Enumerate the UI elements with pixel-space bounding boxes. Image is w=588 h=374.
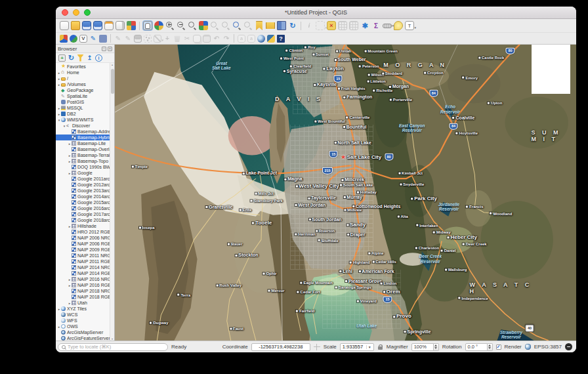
select-features-button[interactable]: ▾ bbox=[316, 21, 325, 30]
pan-map-button[interactable] bbox=[143, 21, 152, 30]
browser-tree-item[interactable]: ▸ MSSQL bbox=[56, 105, 110, 111]
layout-manager-button[interactable] bbox=[116, 21, 125, 30]
help-contents-button[interactable] bbox=[277, 35, 285, 43]
browser-tree-item[interactable]: ▾ Discover bbox=[56, 123, 110, 129]
new-spatial-bookmark-button[interactable] bbox=[255, 21, 264, 30]
browser-tree-item[interactable]: SpatiaLite bbox=[56, 93, 110, 99]
dropdown-caret-icon[interactable]: ▾ bbox=[414, 26, 416, 30]
browser-tree-item[interactable]: DOQ 1990s BW bbox=[56, 164, 110, 170]
zoom-in-button[interactable] bbox=[165, 21, 175, 30]
zoom-next-button[interactable] bbox=[243, 21, 253, 30]
browser-tree-item[interactable]: ▾ WMS/WMTS bbox=[56, 117, 110, 123]
new-print-layout-button[interactable] bbox=[104, 21, 114, 30]
browser-tree-item[interactable]: ▸ Utah bbox=[56, 300, 110, 306]
browser-tree-item[interactable]: PostGIS bbox=[56, 99, 110, 105]
zoom-to-selection-button[interactable] bbox=[210, 21, 219, 30]
open-project-button[interactable] bbox=[71, 21, 80, 30]
zoom-last-button[interactable] bbox=[232, 21, 242, 30]
step-down-icon[interactable] bbox=[434, 347, 437, 349]
move-feature-button[interactable] bbox=[163, 35, 171, 43]
text-annotation-button[interactable]: ▾ bbox=[405, 21, 414, 30]
new-shapefile-layer-button[interactable] bbox=[89, 35, 97, 43]
browser-tree-item[interactable]: NAIP 2006 RGB bbox=[56, 241, 110, 247]
browser-tree-item[interactable]: Basemap-Address_Points bbox=[56, 129, 110, 135]
browser-tree-item[interactable]: NAIP 2014 RGB bbox=[56, 270, 110, 276]
map-themes-button[interactable] bbox=[277, 21, 286, 30]
browser-tree-item[interactable]: ▸ Basemap-Topo bbox=[56, 158, 110, 164]
browser-tree-item[interactable]: NAIP 2006 NRG bbox=[56, 235, 110, 241]
crs-globe-icon[interactable] bbox=[525, 344, 531, 350]
add-data-source-button[interactable] bbox=[70, 35, 77, 43]
zoom-to-layer-button[interactable] bbox=[221, 21, 230, 30]
browser-tree-item[interactable]: GeoPackage bbox=[56, 87, 110, 93]
new-project-button[interactable] bbox=[60, 21, 69, 30]
filter-browser-button[interactable] bbox=[77, 54, 84, 62]
save-project-as-button[interactable] bbox=[93, 21, 102, 30]
stepper-buttons[interactable] bbox=[488, 343, 493, 351]
browser-tree-item[interactable]: ▸ XYZ Tiles bbox=[56, 306, 110, 312]
show-spatial-bookmarks-button[interactable] bbox=[266, 21, 275, 30]
layer-labeling-button[interactable] bbox=[238, 35, 245, 43]
chevron-down-icon[interactable]: ▼ bbox=[366, 345, 371, 349]
locator-search[interactable] bbox=[58, 343, 168, 351]
scroll-up-icon[interactable]: ▴ bbox=[112, 63, 113, 66]
open-attribute-table-button[interactable] bbox=[338, 21, 347, 30]
add-selected-layers-button[interactable] bbox=[58, 54, 66, 62]
browser-tree-item[interactable]: ▸ Google bbox=[56, 170, 110, 176]
extents-icon[interactable] bbox=[314, 344, 320, 350]
browser-tree-item[interactable]: Google 2018archive bbox=[56, 217, 110, 223]
refresh-browser-button[interactable] bbox=[68, 54, 75, 62]
messages-icon[interactable] bbox=[565, 343, 572, 350]
identify-features-button[interactable] bbox=[304, 21, 314, 30]
copy-features-button[interactable] bbox=[193, 35, 201, 43]
browser-tree-item[interactable]: HRO 2012 RGB bbox=[56, 229, 110, 235]
crs-value[interactable]: EPSG:3857 bbox=[534, 344, 562, 350]
browser-tree-item[interactable]: Google 2011archive bbox=[56, 176, 110, 182]
map-tips-button[interactable] bbox=[394, 21, 403, 30]
scale-combo[interactable]: 1:933557▼ bbox=[340, 343, 374, 351]
browser-tree-item[interactable]: ▸ OWS bbox=[56, 323, 110, 329]
save-project-button[interactable] bbox=[82, 21, 91, 30]
browser-tree-item[interactable]: WFS bbox=[56, 318, 110, 323]
browser-tree-item[interactable]: ▸ NAIP 2016 NRG bbox=[56, 276, 110, 282]
browser-tree-item[interactable]: Google 2012archive bbox=[56, 182, 110, 188]
new-virtual-layer-button[interactable] bbox=[99, 35, 107, 43]
step-up-icon[interactable] bbox=[434, 344, 437, 346]
browser-tree-item[interactable]: NAIP 2009 RGB bbox=[56, 247, 110, 253]
browser-tree-item[interactable]: NAIP 2014 NRG bbox=[56, 264, 110, 270]
zoom-out-button[interactable] bbox=[177, 21, 186, 30]
add-feature-button[interactable] bbox=[144, 35, 152, 43]
field-calculator-button[interactable] bbox=[349, 21, 358, 30]
browser-tree-item[interactable]: ▸ NAIP 2016 RGB bbox=[56, 282, 110, 288]
browser-tree-item[interactable]: ▸ Basemap-Terrain bbox=[56, 152, 110, 158]
data-source-manager-button[interactable] bbox=[60, 35, 68, 43]
processing-toolbox-button[interactable] bbox=[360, 21, 369, 30]
paste-features-button[interactable] bbox=[203, 35, 211, 43]
deselect-features-button[interactable] bbox=[327, 21, 336, 30]
locate-input[interactable] bbox=[68, 344, 164, 350]
save-layer-edits-button[interactable] bbox=[134, 35, 142, 43]
float-panel-button[interactable]: ▫ bbox=[102, 47, 106, 51]
refresh-map-button[interactable] bbox=[288, 21, 297, 30]
grass-tools-button[interactable] bbox=[257, 35, 265, 43]
new-geopackage-layer-button[interactable] bbox=[79, 35, 87, 43]
browser-tree-item[interactable]: Basemap-Hybrid bbox=[56, 135, 110, 140]
toggle-editing-button[interactable] bbox=[124, 35, 132, 43]
browser-tree-item[interactable]: NAIP 2011 NRG bbox=[56, 253, 110, 259]
scrollbar-thumb[interactable] bbox=[111, 69, 114, 94]
coordinate-value[interactable]: -12563719,4982238 bbox=[251, 343, 310, 351]
browser-tree-item[interactable]: Google 2013archive bbox=[56, 188, 110, 194]
cut-features-button[interactable] bbox=[183, 35, 191, 43]
browser-tree-item[interactable]: ▸ Basemap-Lite bbox=[56, 140, 110, 146]
browser-tree-item[interactable]: ▸ / bbox=[56, 75, 110, 81]
stepper-buttons[interactable] bbox=[434, 343, 439, 351]
titlebar[interactable]: *Untitled Project - QGIS bbox=[56, 7, 576, 19]
zoom-native-resolution-button[interactable] bbox=[188, 21, 197, 30]
python-console-button[interactable] bbox=[267, 35, 275, 43]
browser-tree-item[interactable]: Favorites bbox=[56, 64, 110, 70]
zoom-full-extent-button[interactable] bbox=[199, 21, 208, 30]
current-edits-button[interactable] bbox=[114, 35, 122, 43]
collapse-all-button[interactable] bbox=[86, 54, 93, 62]
browser-tree-item[interactable]: ▸ DB2 bbox=[56, 111, 110, 117]
measure-line-button[interactable]: ▾ bbox=[383, 24, 392, 28]
